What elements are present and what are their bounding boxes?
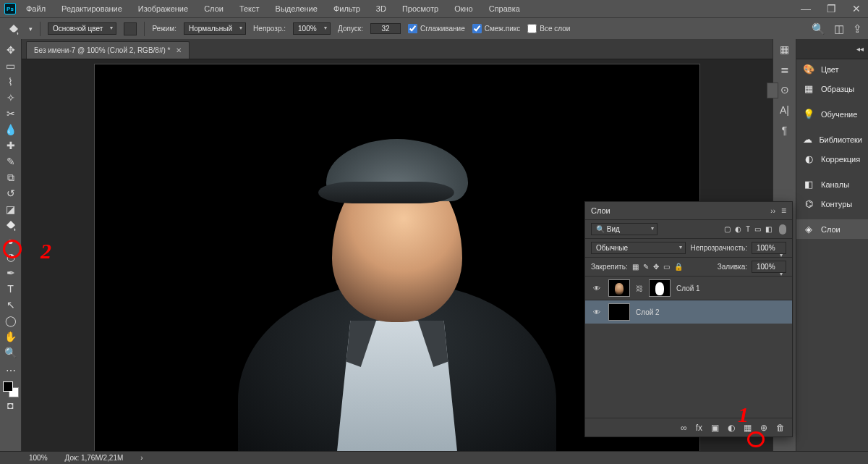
chevron-down-icon[interactable]: ▾ xyxy=(29,25,33,33)
status-chevron-icon[interactable]: › xyxy=(140,454,142,462)
menu-layers[interactable]: Слои xyxy=(198,2,229,15)
blend-mode-select[interactable]: Обычные xyxy=(591,242,686,254)
zoom-tool[interactable]: 🔍 xyxy=(1,345,20,360)
strip-icon-2[interactable]: ≣ xyxy=(780,64,789,75)
lock-all-icon[interactable]: 🔒 xyxy=(674,263,683,271)
menu-image[interactable]: Изображение xyxy=(132,2,194,15)
layers-panel-header[interactable]: Слои ›› ≡ xyxy=(585,202,792,219)
menu-file[interactable]: Файл xyxy=(20,2,51,15)
strip-icon-5[interactable]: ¶ xyxy=(782,125,788,136)
clone-tool[interactable]: ⧉ xyxy=(1,169,20,185)
panel-menu-icon[interactable]: ≡ xyxy=(781,206,786,216)
panel-collapse-icon[interactable]: ›› xyxy=(770,207,775,215)
eraser-tool[interactable]: ◪ xyxy=(1,201,20,217)
visibility-toggle-icon[interactable]: 👁 xyxy=(591,308,603,316)
filter-toggle-icon[interactable] xyxy=(779,224,786,235)
panel-adjustments[interactable]: ◐Коррекция xyxy=(796,149,868,169)
window-minimize-icon[interactable]: — xyxy=(798,3,814,14)
vertical-scrollbar[interactable] xyxy=(767,83,778,98)
lock-brush-icon[interactable]: ✎ xyxy=(643,263,649,271)
menu-view[interactable]: Просмотр xyxy=(396,2,444,15)
color-swatches[interactable] xyxy=(3,381,19,397)
marquee-tool[interactable]: ▭ xyxy=(1,58,20,74)
visibility-toggle-icon[interactable]: 👁 xyxy=(591,284,603,292)
opacity-value[interactable]: 100% xyxy=(293,22,331,35)
filter-pixel-icon[interactable]: ▢ xyxy=(724,225,731,233)
eyedropper-tool[interactable]: 💧 xyxy=(1,122,20,138)
add-mask-icon[interactable]: ▣ xyxy=(711,423,719,433)
lock-position-icon[interactable]: ✥ xyxy=(653,263,659,271)
layer-opacity-value[interactable]: 100% xyxy=(752,242,786,254)
filter-shape-icon[interactable]: ▭ xyxy=(754,225,761,233)
crop-tool[interactable]: ✂ xyxy=(1,106,20,122)
document-tab[interactable]: Без имени-7 @ 100% (Слой 2, RGB/8#) * ✕ xyxy=(26,41,190,59)
panel-layers[interactable]: ◈Слои xyxy=(796,219,868,239)
path-select-tool[interactable]: ↖ xyxy=(1,297,20,313)
pen-tool[interactable]: ✒ xyxy=(1,265,20,281)
healing-tool[interactable]: ✚ xyxy=(1,138,20,153)
blend-mode-dropdown[interactable]: Нормальный xyxy=(184,22,246,35)
edit-toolbar-icon[interactable]: ⋯ xyxy=(1,363,20,379)
menu-3d[interactable]: 3D xyxy=(370,2,392,15)
delete-layer-icon[interactable]: 🗑 xyxy=(776,423,785,433)
menu-select[interactable]: Выделение xyxy=(270,2,323,15)
contiguous-checkbox[interactable] xyxy=(472,24,482,33)
panel-libraries[interactable]: ☁Библиотеки xyxy=(796,130,868,149)
adjustment-layer-icon[interactable]: ◐ xyxy=(728,423,735,433)
paint-bucket-tool[interactable] xyxy=(1,217,20,233)
link-layers-icon[interactable]: ∞ xyxy=(681,423,687,433)
strip-icon-4[interactable]: A| xyxy=(780,104,789,116)
fill-source-dropdown[interactable]: Основной цвет xyxy=(48,22,116,35)
menu-edit[interactable]: Редактирование xyxy=(56,2,128,15)
panel-color[interactable]: 🎨Цвет xyxy=(796,59,868,79)
panel-paths[interactable]: ⌬Контуры xyxy=(796,194,868,214)
window-restore-icon[interactable]: ❐ xyxy=(824,3,839,14)
close-tab-icon[interactable]: ✕ xyxy=(176,46,182,54)
strip-icon-1[interactable]: ▦ xyxy=(780,43,789,55)
filter-adjust-icon[interactable]: ◐ xyxy=(735,225,741,233)
window-close-icon[interactable]: ✕ xyxy=(849,3,864,14)
type-tool[interactable]: T xyxy=(1,281,20,297)
panel-swatches[interactable]: ▦Образцы xyxy=(796,79,868,98)
layer-row[interactable]: 👁 ⛓ Слой 1 xyxy=(585,276,792,300)
collapse-panels-icon[interactable]: ◂◂ xyxy=(856,45,864,53)
fill-value[interactable]: 100% xyxy=(752,261,786,273)
arrange-icon[interactable]: ◫ xyxy=(834,22,844,35)
layer-filter-dropdown[interactable]: 🔍 Вид xyxy=(591,223,658,235)
menu-help[interactable]: Справка xyxy=(483,2,526,15)
filter-smart-icon[interactable]: ◧ xyxy=(765,225,772,233)
fx-icon[interactable]: fx xyxy=(696,423,702,433)
lock-pixels-icon[interactable]: ▦ xyxy=(632,263,639,271)
doc-size[interactable]: Док: 1,76М/2,21М xyxy=(65,454,124,462)
strip-icon-3[interactable]: ⊙ xyxy=(780,84,789,96)
search-icon[interactable]: 🔍 xyxy=(812,22,825,35)
layer-mask-thumbnail[interactable] xyxy=(649,279,671,297)
lasso-tool[interactable]: ⌇ xyxy=(1,74,20,90)
antialias-checkbox[interactable] xyxy=(408,24,417,33)
layers-panel[interactable]: Слои ›› ≡ 🔍 Вид ▢ ◐ T ▭ ◧ Обычные Непроз… xyxy=(584,201,793,437)
filter-type-icon[interactable]: T xyxy=(746,225,750,233)
menu-text[interactable]: Текст xyxy=(234,2,265,15)
panel-channels[interactable]: ◧Каналы xyxy=(796,174,868,194)
pattern-picker-icon[interactable] xyxy=(124,22,137,35)
history-brush-tool[interactable]: ↺ xyxy=(1,185,20,201)
magic-wand-tool[interactable]: ✧ xyxy=(1,90,20,106)
shape-tool[interactable]: ◯ xyxy=(1,313,20,329)
tolerance-input[interactable] xyxy=(370,23,401,34)
menu-filter[interactable]: Фильтр xyxy=(328,2,366,15)
quick-mask-icon[interactable]: ◘ xyxy=(1,397,20,413)
all-layers-checkbox[interactable] xyxy=(527,24,537,33)
menu-window[interactable]: Окно xyxy=(448,2,479,15)
layer-name[interactable]: Слой 2 xyxy=(636,308,660,316)
lock-artboard-icon[interactable]: ▭ xyxy=(663,263,670,271)
share-icon[interactable]: ⇪ xyxy=(853,22,862,35)
layer-thumbnail[interactable] xyxy=(608,303,630,321)
layer-thumbnail[interactable] xyxy=(608,279,630,297)
zoom-level[interactable]: 100% xyxy=(29,454,48,462)
layer-name[interactable]: Слой 1 xyxy=(676,284,700,292)
foreground-swatch[interactable] xyxy=(3,381,13,392)
hand-tool[interactable]: ✋ xyxy=(1,329,20,345)
panel-learn[interactable]: 💡Обучение xyxy=(796,104,868,124)
move-tool[interactable]: ✥ xyxy=(1,42,20,58)
layer-row[interactable]: 👁 Слой 2 xyxy=(585,300,792,324)
